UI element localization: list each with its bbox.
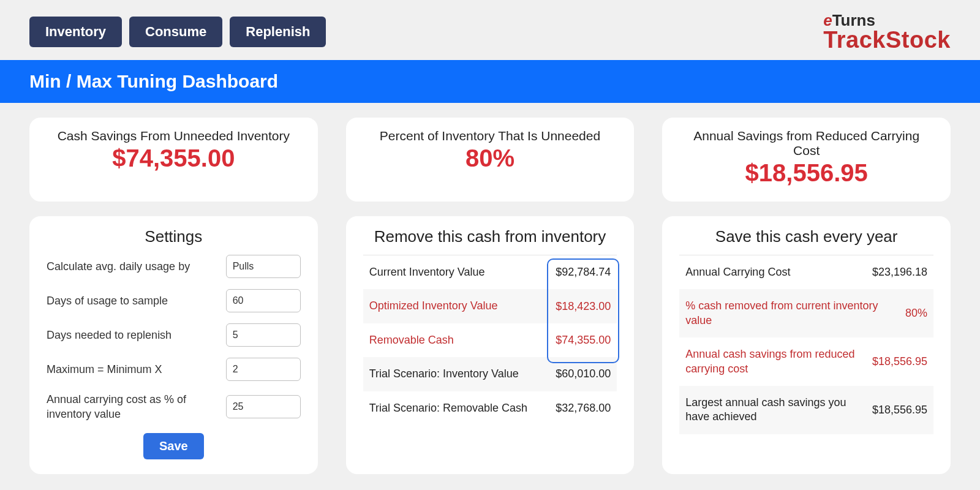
- field-label: Annual carrying cost as % of inventory v…: [47, 392, 216, 422]
- logo-line2: TrackStock: [823, 28, 951, 51]
- table-row: Annual cash savings from reduced carryin…: [679, 337, 933, 386]
- field-label: Calculate avg. daily usage by: [47, 259, 216, 274]
- field-calc-by: Calculate avg. daily usage by: [47, 255, 301, 278]
- row-label: % cash removed from current inventory va…: [685, 299, 905, 328]
- kpi-label: Percent of Inventory That Is Unneeded: [363, 129, 617, 143]
- field-max-min: Maximum = Minimum X: [47, 358, 301, 381]
- settings-title: Settings: [47, 227, 301, 246]
- row-value: $74,355.00: [556, 334, 611, 347]
- carry-cost-input[interactable]: [226, 395, 301, 418]
- row-label: Largest annual cash savings you have ach…: [685, 396, 872, 424]
- row-value: $60,010.00: [556, 368, 611, 380]
- tab-inventory[interactable]: Inventory: [29, 17, 122, 47]
- max-min-input[interactable]: [226, 358, 301, 381]
- tab-consume[interactable]: Consume: [129, 17, 222, 47]
- logo-line1: eTurns: [823, 12, 951, 28]
- remove-cash-list: Current Inventory Value$92,784.74Optimiz…: [363, 255, 617, 425]
- save-cash-title: Save this cash every year: [679, 227, 933, 246]
- nav-tabs: Inventory Consume Replenish: [29, 17, 326, 47]
- kpi-label: Cash Savings From Unneeded Inventory: [47, 129, 301, 143]
- days-sample-input[interactable]: [226, 289, 301, 312]
- calc-by-input[interactable]: [226, 255, 301, 278]
- table-row: % cash removed from current inventory va…: [679, 289, 933, 337]
- row-label: Trial Scenario: Removable Cash: [369, 401, 556, 415]
- table-row: Current Inventory Value$92,784.74: [363, 255, 617, 289]
- row-value: $92,784.74: [556, 266, 611, 279]
- row-value: $32,768.00: [556, 402, 611, 415]
- save-button-wrap: Save: [47, 433, 301, 459]
- kpi-row: Cash Savings From Unneeded Inventory $74…: [29, 118, 951, 202]
- kpi-value: $18,556.95: [679, 159, 933, 187]
- field-days-replenish: Days needed to replenish: [47, 323, 301, 347]
- kpi-cash-savings: Cash Savings From Unneeded Inventory $74…: [29, 118, 318, 202]
- row-value: $23,196.18: [872, 266, 927, 279]
- row-value: $18,556.95: [872, 404, 927, 417]
- tab-replenish[interactable]: Replenish: [230, 17, 326, 47]
- panels-row: Settings Calculate avg. daily usage by D…: [29, 216, 951, 474]
- kpi-annual-savings: Annual Savings from Reduced Carrying Cos…: [662, 118, 951, 202]
- row-label: Annual cash savings from reduced carryin…: [685, 347, 872, 376]
- row-value: 80%: [905, 307, 927, 320]
- row-label: Annual Carrying Cost: [685, 265, 872, 279]
- kpi-percent-unneeded: Percent of Inventory That Is Unneeded 80…: [346, 118, 635, 202]
- save-cash-panel: Save this cash every year Annual Carryin…: [662, 216, 951, 474]
- page-title: Min / Max Tuning Dashboard: [0, 60, 980, 103]
- row-label: Current Inventory Value: [369, 265, 556, 279]
- row-label: Trial Scenario: Inventory Value: [369, 367, 556, 381]
- row-label: Removable Cash: [369, 333, 556, 347]
- table-row: Optimized Inventory Value$18,423.00: [363, 289, 617, 323]
- row-value: $18,423.00: [556, 300, 611, 313]
- days-replenish-input[interactable]: [226, 323, 301, 347]
- save-button[interactable]: Save: [143, 433, 204, 459]
- remove-cash-title: Remove this cash from inventory: [363, 227, 617, 246]
- settings-panel: Settings Calculate avg. daily usage by D…: [29, 216, 318, 474]
- field-label: Days needed to replenish: [47, 328, 216, 342]
- row-value: $18,556.95: [872, 355, 927, 368]
- table-row: Trial Scenario: Removable Cash$32,768.00: [363, 391, 617, 425]
- kpi-value: 80%: [363, 145, 617, 172]
- top-bar: Inventory Consume Replenish eTurns Track…: [0, 0, 980, 60]
- remove-cash-panel: Remove this cash from inventory Current …: [346, 216, 635, 474]
- kpi-label: Annual Savings from Reduced Carrying Cos…: [679, 129, 933, 158]
- row-label: Optimized Inventory Value: [369, 299, 556, 313]
- save-cash-list: Annual Carrying Cost$23,196.18% cash rem…: [679, 255, 933, 434]
- kpi-value: $74,355.00: [47, 145, 301, 172]
- table-row: Largest annual cash savings you have ach…: [679, 386, 933, 434]
- field-label: Days of usage to sample: [47, 293, 216, 308]
- field-carry-cost: Annual carrying cost as % of inventory v…: [47, 392, 301, 422]
- brand-logo: eTurns TrackStock: [823, 12, 951, 51]
- table-row: Removable Cash$74,355.00: [363, 323, 617, 357]
- field-days-sample: Days of usage to sample: [47, 289, 301, 312]
- content: Cash Savings From Unneeded Inventory $74…: [0, 103, 980, 489]
- table-row: Annual Carrying Cost$23,196.18: [679, 255, 933, 289]
- field-label: Maximum = Minimum X: [47, 362, 216, 377]
- table-row: Trial Scenario: Inventory Value$60,010.0…: [363, 357, 617, 391]
